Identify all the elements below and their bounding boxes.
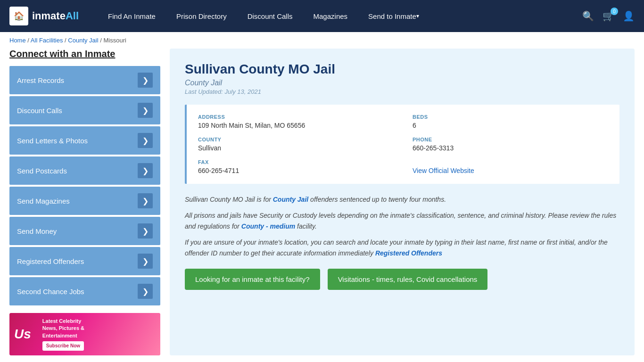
nav-links: Find An Inmate Prison Directory Discount…: [98, 0, 582, 32]
phone-block: PHONE 660-265-3313: [413, 137, 608, 152]
ad-banner[interactable]: Us Latest Celebrity News, Pictures & Ent…: [9, 313, 160, 355]
facility-title: Sullivan County MO Jail: [185, 62, 619, 77]
official-website-link[interactable]: View Official Website: [413, 167, 474, 174]
beds-block: BEDS 6: [413, 114, 608, 129]
sidebar-item-discount-calls[interactable]: Discount Calls ❯: [9, 96, 160, 124]
visitations-button[interactable]: Visitations - times, rules, Covid cancel…: [328, 269, 488, 290]
sidebar-item-send-letters-photos[interactable]: Send Letters & Photos ❯: [9, 126, 160, 155]
cart-badge: 0: [611, 8, 618, 15]
find-inmate-button[interactable]: Looking for an inmate at this facility?: [185, 269, 320, 290]
sidebar: Connect with an Inmate Arrest Records ❯ …: [9, 49, 160, 355]
sidebar-item-send-postcards[interactable]: Send Postcards ❯: [9, 156, 160, 185]
website-block: - View Official Website: [413, 159, 608, 174]
ad-logo: Us: [9, 322, 36, 346]
sidebar-item-send-money[interactable]: Send Money ❯: [9, 217, 160, 245]
sidebar-item-arrest-records[interactable]: Arrest Records ❯: [9, 66, 160, 94]
search-button[interactable]: 🔍: [582, 10, 594, 22]
ad-banner-text: Latest Celebrity News, Pictures & Entert…: [36, 313, 91, 355]
sidebar-arrow-registered-offenders: ❯: [138, 254, 153, 269]
registered-offenders-link[interactable]: Registered Offenders: [375, 249, 442, 257]
nav-magazines[interactable]: Magazines: [303, 0, 358, 32]
county-medium-link[interactable]: County - medium: [241, 222, 295, 230]
nav-discount-calls[interactable]: Discount Calls: [237, 0, 303, 32]
facility-desc-1: Sullivan County MO Jail is for County Ja…: [185, 194, 619, 205]
facility-info-grid: ADDRESS 109 North Main St, Milan, MO 656…: [185, 105, 619, 184]
ad-text: Latest Celebrity News, Pictures & Entert…: [42, 318, 84, 339]
sidebar-arrow-arrest-records: ❯: [138, 73, 153, 88]
county-block: COUNTY Sullivan: [198, 137, 394, 152]
address-label: ADDRESS: [198, 114, 394, 120]
breadcrumb: Home / All Facilities / County Jail / Mi…: [0, 32, 644, 49]
main-container: Connect with an Inmate Arrest Records ❯ …: [0, 49, 644, 362]
breadcrumb-state: Missouri: [103, 37, 126, 44]
nav-icons: 🔍 🛒 0 👤: [582, 10, 635, 22]
county-jail-link-1[interactable]: County Jail: [273, 196, 308, 203]
facility-content: Sullivan County MO Jail County Jail Last…: [170, 49, 635, 355]
sidebar-title: Connect with an Inmate: [9, 49, 160, 59]
site-logo[interactable]: inmateAll: [9, 7, 79, 25]
nav-prison-directory[interactable]: Prison Directory: [166, 0, 237, 32]
logo-text: inmateAll: [32, 10, 79, 22]
sidebar-item-registered-offenders[interactable]: Registered Offenders ❯: [9, 247, 160, 275]
county-label: COUNTY: [198, 137, 394, 142]
sidebar-arrow-send-money: ❯: [138, 223, 153, 239]
sidebar-item-send-magazines[interactable]: Send Magazines ❯: [9, 187, 160, 215]
fax-block: FAX 660-265-4711: [198, 159, 394, 174]
nav-find-inmate[interactable]: Find An Inmate: [98, 0, 166, 32]
beds-value: 6: [413, 122, 608, 129]
breadcrumb-home[interactable]: Home: [9, 37, 26, 44]
phone-label: PHONE: [413, 137, 608, 142]
sidebar-item-second-chance-jobs[interactable]: Second Chance Jobs ❯: [9, 277, 160, 305]
sidebar-arrow-send-letters-photos: ❯: [138, 133, 153, 148]
beds-label: BEDS: [413, 114, 608, 120]
sidebar-arrow-send-magazines: ❯: [138, 193, 153, 208]
address-block: ADDRESS 109 North Main St, Milan, MO 656…: [198, 114, 394, 129]
action-buttons: Looking for an inmate at this facility? …: [185, 269, 619, 290]
ad-subscribe-button[interactable]: Subscribe Now: [42, 341, 84, 351]
facility-last-updated: Last Updated: July 13, 2021: [185, 88, 619, 95]
facility-desc-2: All prisons and jails have Security or C…: [185, 210, 619, 231]
breadcrumb-all-facilities[interactable]: All Facilities: [31, 37, 63, 44]
county-value: Sullivan: [198, 144, 394, 152]
facility-desc-3: If you are unsure of your inmate's locat…: [185, 237, 619, 258]
logo-icon: [9, 7, 28, 25]
address-value: 109 North Main St, Milan, MO 65656: [198, 122, 394, 129]
sidebar-arrow-send-postcards: ❯: [138, 163, 153, 178]
main-nav: inmateAll Find An Inmate Prison Director…: [0, 0, 644, 32]
cart-button[interactable]: 🛒 0: [603, 10, 614, 22]
breadcrumb-county-jail[interactable]: County Jail: [68, 37, 98, 44]
fax-value: 660-265-4711: [198, 167, 394, 174]
nav-send-to-inmate[interactable]: Send to Inmate: [358, 0, 429, 32]
sidebar-arrow-second-chance-jobs: ❯: [138, 284, 153, 299]
user-button[interactable]: 👤: [623, 10, 635, 22]
sidebar-arrow-discount-calls: ❯: [138, 103, 153, 118]
fax-label: FAX: [198, 159, 394, 165]
facility-subtitle: County Jail: [185, 79, 619, 87]
phone-value: 660-265-3313: [413, 144, 608, 152]
